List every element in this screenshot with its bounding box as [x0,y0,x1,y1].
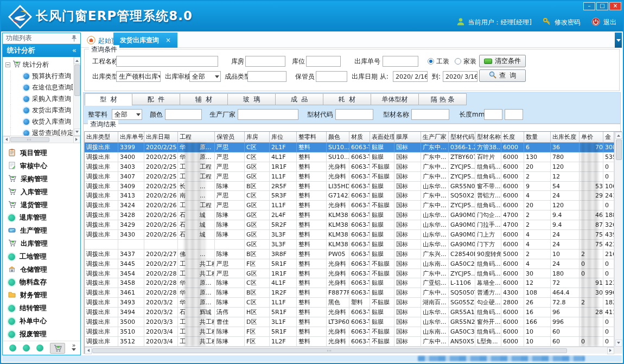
tab-overflow-button[interactable] [615,33,622,48]
tab-active[interactable]: 发货出库查询 × [113,33,177,48]
sidebar-module-生产管理[interactable]: 生产管理 [8,225,80,238]
toolbar-circle-icon[interactable] [36,344,43,352]
table-row[interactable]: 调拨出库34542020/2/28工共工程严思G区1R1F整料光身料6063-T… [85,269,614,279]
tree-expander-icon[interactable] [5,62,10,67]
table-row[interactable]: 调拨出库34032020/2/25工工程严思G区1R1F整料光身料6063-T5… [85,162,614,172]
out-type-select[interactable]: 生产领料出库 [116,71,161,82]
toolbar-cart-button[interactable] [50,343,65,354]
column-header[interactable]: 型材代码 [449,132,475,143]
date-from-select[interactable]: 2020/ 2/16 [393,71,428,82]
sidebar-tree-item[interactable]: 退货查询[待定] [10,127,73,136]
change-password-link[interactable]: 修改密码 [555,18,581,27]
clear-conditions-button[interactable]: 清空条件 [479,55,526,67]
product-type-input[interactable] [247,71,286,82]
scroll-left-icon[interactable] [85,347,92,354]
column-header[interactable]: 保管员 [215,132,245,143]
sidebar-tree-item[interactable]: 在途信息查询[待 [10,82,73,93]
sidebar-module-退库管理[interactable]: 退库管理 [8,212,80,225]
audit-select[interactable]: 全部 [189,71,221,82]
logout-link[interactable]: 退出 [603,18,616,27]
column-header[interactable]: 出库单号 [118,132,144,143]
material-tab-3[interactable]: 玻 璃 [228,93,276,105]
column-header[interactable]: 长度 [501,132,524,143]
collapse-left-icon[interactable]: « [72,44,77,57]
table-row[interactable]: 调拨出库34072020/2/25工工程严思G区1L1F整料光身料6063-T5… [85,172,614,182]
scroll-left-icon[interactable] [3,136,10,143]
table-row[interactable]: 调拨出库34942020/3/2石辉城汤伟H区5R1F整料光身料6063-T5贴… [85,308,614,317]
window-close-button[interactable]: × [609,2,621,10]
column-header[interactable]: 生产厂家 [421,132,449,143]
pin-icon[interactable] [71,35,78,42]
window-minimize-button[interactable]: – [583,2,595,10]
sidebar-module-审核中心[interactable]: 审核中心 [8,160,80,173]
table-row[interactable]: 调拨出库34002020/2/25华原...严思C区4L1F整料SU10...6… [85,152,614,162]
scroll-up-icon[interactable] [615,132,622,139]
column-header[interactable]: 库房 [245,132,270,143]
toolbar-overflow-button[interactable]: » [72,343,76,353]
keeper-input[interactable] [316,71,347,82]
tree-hscroll-thumb[interactable] [10,137,49,142]
material-tab-7[interactable]: 隔 热 条 [419,93,467,105]
column-header[interactable]: 库位 [270,132,297,143]
sidebar-module-工地管理[interactable]: 工地管理 [8,250,80,263]
sidebar-tree-item[interactable]: 采购入库查询 [10,93,73,105]
toolbar-circle-icon[interactable] [9,344,16,352]
table-row[interactable]: 调拨出库34292020/2/26石城陈琳G区5R2F整料KLM38176063… [85,220,614,230]
sidebar-module-项目管理[interactable]: 项目管理 [8,147,80,160]
table-hscroll-thumb[interactable] [92,348,567,353]
tree-h-scrollbar[interactable] [3,136,80,143]
project-name-input[interactable] [116,56,218,67]
warehouse-input[interactable] [245,56,285,67]
location-input[interactable] [306,56,341,67]
table-row[interactable]: 调拨出库34932020/3/2华原...陈琳C区1L1F整料黑色塑料不贴膜国标… [85,298,614,308]
tree-v-scrollbar[interactable] [73,57,80,136]
table-row[interactable]: 调拨出库35102020/3/4工共工程陈琳F区5R1F整料光身料6063-T5… [85,327,614,337]
sidebar-module-报废管理[interactable]: 报废管理 [8,328,80,341]
tree-root-item[interactable]: 统计分析 [5,59,73,71]
sidebar-tree-item[interactable]: 预算执行查询 [10,71,73,82]
table-row[interactable]: 调拨出库34612020/2/28华原...陈琳B区1R2F整料F8877FT6… [85,288,614,298]
radio-jiazhuang[interactable]: 家装 [455,56,476,67]
scroll-down-icon[interactable] [74,129,81,136]
profile-name-input[interactable] [411,109,449,120]
sidebar-module-采购管理[interactable]: 采购管理 [8,173,80,186]
table-row[interactable]: 调拨出库34372020/2/27佛...陈琳B区3R8F整料PW056063-… [85,250,614,259]
table-row[interactable]: 调拨出库34282020/2/26石城陈琳G区2L4F整料KLM38176063… [85,210,614,220]
column-header[interactable]: 材质 [349,132,370,143]
table-h-scrollbar[interactable] [85,347,614,354]
scroll-down-icon[interactable] [615,340,622,347]
window-maximize-button[interactable]: □ [596,2,608,10]
manufacturer-input[interactable] [238,109,298,120]
sidebar-module-财务管理[interactable]: 财务管理 [8,289,80,302]
sidebar-section-header[interactable]: 统计分析 « [3,44,80,57]
column-header[interactable]: 型材名称 [475,132,501,143]
color-input[interactable] [165,109,202,120]
table-vscroll-thumb[interactable] [616,139,622,160]
material-tab-0[interactable]: 型 材 [85,93,132,106]
part-type-select[interactable]: 全部 [112,109,142,120]
scroll-up-icon[interactable] [74,57,81,64]
table-row[interactable]: 调拨出库34302020/2/26石城陈琳G区3L3F整料KLM38176063… [85,230,614,240]
column-header[interactable]: 颜色 [327,132,349,143]
toolbar-circle-icon[interactable] [23,344,30,352]
column-header[interactable]: 出库类型 [85,132,118,143]
column-header[interactable]: 数量 [524,132,551,143]
table-row[interactable]: 调拨出库34092020/2/25长...陈琳B区2R5F整料LI35HD606… [85,182,614,191]
material-tab-2[interactable]: 辅 材 [180,93,228,105]
sidebar-module-入库管理[interactable]: 入库管理 [8,186,80,199]
sidebar-module-补单中心[interactable]: 补单中心 [8,315,80,328]
table-row[interactable]: 调拨出库34452020/2/27工共工程严思F区5R1F整料光身料6063-T… [85,259,614,269]
material-tab-5[interactable]: 耗 材 [323,93,371,105]
table-row[interactable]: G区3L3F整料KLM38176063-T5贴膜国标山东华...GA90M09.… [85,240,614,250]
sidebar-module-退货管理[interactable]: 退货管理 [8,199,80,212]
table-row[interactable]: 调拨出库33992020/2/25华原...严思C区2L1F整料SU10...6… [85,143,614,152]
table-v-scrollbar[interactable] [614,132,622,347]
scroll-right-icon[interactable] [607,347,614,354]
material-tab-6[interactable]: 单体型材 [371,93,419,105]
table-row[interactable]: 调拨出库34132020/2/26南...严思C区5R3F整料G71422606… [85,191,614,201]
column-header[interactable]: 膜厚 [394,132,421,143]
column-header[interactable]: 单价 [580,132,603,143]
material-tab-4[interactable]: 成 品 [276,93,323,105]
scroll-right-icon[interactable] [73,136,80,143]
column-header[interactable]: 工程 [178,132,215,143]
